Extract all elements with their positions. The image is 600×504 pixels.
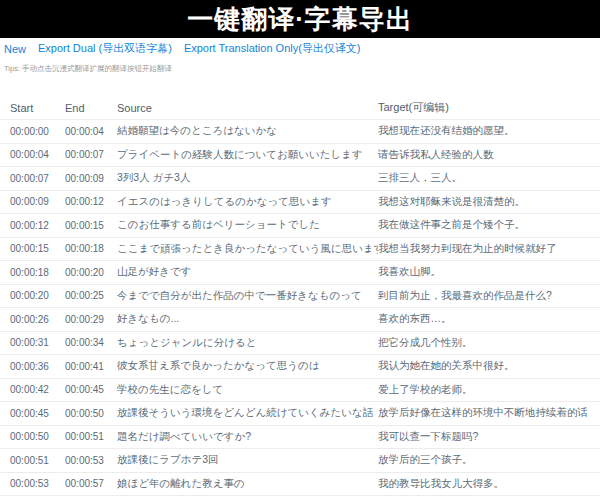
- cell-start-time: 00:00:31: [10, 337, 65, 348]
- table-row: 00:00:31 00:00:34 ちょっとジャンルに分けると 把它分成几个性别…: [0, 332, 600, 356]
- cell-start-time: 00:00:04: [10, 149, 65, 160]
- cell-target-text-editable[interactable]: 我想当我努力到现在为止的时候就好了: [378, 242, 600, 256]
- table-row: 00:00:04 00:00:07 プライベートの経験人数についてお願いいたしま…: [0, 144, 600, 168]
- cell-target-text-editable[interactable]: 我在做这件事之前是个矮个子。: [378, 218, 600, 232]
- cell-target-text-editable[interactable]: 我认为她在她的关系中很好。: [378, 359, 600, 373]
- cell-target-text-editable[interactable]: 我可以查一下标题吗?: [378, 430, 600, 444]
- table-header-row: Start End Source Target(可编辑): [0, 96, 600, 120]
- cell-target-text-editable[interactable]: 请告诉我私人经验的人数: [378, 148, 600, 162]
- subtitle-table: Start End Source Target(可编辑) 00:00:00 00…: [0, 96, 600, 496]
- table-row: 00:00:26 00:00:29 好きなもの... 喜欢的东西…。: [0, 308, 600, 332]
- table-row: 00:00:50 00:00:51 題名だけ調べていいですか? 我可以查一下标题…: [0, 426, 600, 450]
- cell-source-text: イエスのはっきりしてるのかなって思います: [117, 195, 378, 209]
- table-row: 00:00:09 00:00:12 イエスのはっきりしてるのかなって思います 我…: [0, 191, 600, 215]
- cell-start-time: 00:00:09: [10, 196, 65, 207]
- cell-source-text: ちょっとジャンルに分けると: [117, 336, 378, 350]
- cell-target-text-editable[interactable]: 放学后的三个孩子。: [378, 453, 600, 467]
- cell-end-time: 00:00:09: [65, 173, 117, 184]
- cell-source-text: 結婚願望は今のところはないかな: [117, 124, 378, 138]
- table-row: 00:00:00 00:00:04 結婚願望は今のところはないかな 我想现在还没…: [0, 120, 600, 144]
- cell-start-time: 00:00:12: [10, 220, 65, 231]
- table-row: 00:00:18 00:00:20 山足が好きです 我喜欢山脚。: [0, 261, 600, 285]
- cell-target-text-editable[interactable]: 我的教导比我女儿大得多。: [378, 477, 600, 491]
- cell-end-time: 00:00:15: [65, 220, 117, 231]
- column-header-target: Target(可编辑): [378, 100, 600, 115]
- menu-item-export-translation-only[interactable]: Export Translation Only(导出仅译文): [184, 41, 361, 56]
- cell-start-time: 00:00:53: [10, 478, 65, 489]
- cell-target-text-editable[interactable]: 把它分成几个性别。: [378, 336, 600, 350]
- table-row: 00:00:36 00:00:41 彼女系甘え系で良かったかなって思うのは 我认…: [0, 355, 600, 379]
- cell-start-time: 00:00:36: [10, 361, 65, 372]
- menu-item-new[interactable]: New: [4, 43, 26, 55]
- cell-start-time: 00:00:18: [10, 267, 65, 278]
- cell-start-time: 00:00:51: [10, 455, 65, 466]
- cell-source-text: このお仕事する前はベリーショートでした: [117, 218, 378, 232]
- header-banner: 一键翻译·字幕导出: [0, 0, 600, 38]
- cell-source-text: 学校の先生に恋をして: [117, 383, 378, 397]
- column-header-source: Source: [117, 102, 378, 114]
- cell-source-text: ここまで頑張ったとき良かったなっていう風に思います: [117, 242, 378, 256]
- cell-end-time: 00:00:57: [65, 478, 117, 489]
- table-row: 00:00:15 00:00:18 ここまで頑張ったとき良かったなっていう風に思…: [0, 238, 600, 262]
- cell-target-text-editable[interactable]: 爱上了学校的老师。: [378, 383, 600, 397]
- cell-end-time: 00:00:53: [65, 455, 117, 466]
- menu-item-export-dual[interactable]: Export Dual (导出双语字幕): [38, 41, 172, 56]
- cell-end-time: 00:00:07: [65, 149, 117, 160]
- cell-source-text: 山足が好きです: [117, 265, 378, 279]
- cell-source-text: 好きなもの...: [117, 312, 378, 326]
- cell-source-text: 放課後そういう環境をどんどん続けていくみたいな話: [117, 406, 378, 420]
- cell-end-time: 00:00:12: [65, 196, 117, 207]
- cell-start-time: 00:00:00: [10, 126, 65, 137]
- cell-end-time: 00:00:45: [65, 384, 117, 395]
- cell-end-time: 00:00:34: [65, 337, 117, 348]
- cell-end-time: 00:00:18: [65, 243, 117, 254]
- cell-end-time: 00:00:51: [65, 431, 117, 442]
- cell-source-text: プライベートの経験人数についてお願いいたします: [117, 148, 378, 162]
- cell-end-time: 00:00:29: [65, 314, 117, 325]
- cell-source-text: 今までで自分が出た作品の中で一番好きなものって: [117, 289, 378, 303]
- page-title: 一键翻译·字幕导出: [187, 0, 413, 38]
- cell-start-time: 00:00:15: [10, 243, 65, 254]
- cell-start-time: 00:00:45: [10, 408, 65, 419]
- cell-target-text-editable[interactable]: 我喜欢山脚。: [378, 265, 600, 279]
- cell-target-text-editable[interactable]: 喜欢的东西…。: [378, 312, 600, 326]
- menu-bar: New Export Dual (导出双语字幕) Export Translat…: [0, 38, 600, 55]
- table-row: 00:00:20 00:00:25 今までで自分が出た作品の中で一番好きなものっ…: [0, 285, 600, 309]
- table-row: 00:00:45 00:00:50 放課後そういう環境をどんどん続けていくみたい…: [0, 402, 600, 426]
- cell-target-text-editable[interactable]: 三排三人，三人。: [378, 171, 600, 185]
- cell-start-time: 00:00:42: [10, 384, 65, 395]
- cell-start-time: 00:00:26: [10, 314, 65, 325]
- cell-start-time: 00:00:07: [10, 173, 65, 184]
- column-header-start: Start: [10, 102, 65, 114]
- column-header-end: End: [65, 102, 117, 114]
- table-row: 00:00:42 00:00:45 学校の先生に恋をして 爱上了学校的老师。: [0, 379, 600, 403]
- cell-target-text-editable[interactable]: 到目前为止，我最喜欢的作品是什么?: [378, 289, 600, 303]
- cell-target-text-editable[interactable]: 放学后好像在这样的环境中不断地持续着的话: [378, 406, 600, 420]
- table-row: 00:00:53 00:00:57 娘ほど年の離れた教え事の 我的教导比我女儿大…: [0, 473, 600, 497]
- cell-source-text: 3列3人 ガチ3人: [117, 171, 378, 185]
- cell-target-text-editable[interactable]: 我想现在还没有结婚的愿望。: [378, 124, 600, 138]
- cell-end-time: 00:00:25: [65, 290, 117, 301]
- tips-text: Tips: 手动点击沉浸式翻译扩展的翻译按钮开始翻译: [0, 64, 600, 74]
- cell-end-time: 00:00:50: [65, 408, 117, 419]
- table-row: 00:00:12 00:00:15 このお仕事する前はベリーショートでした 我在…: [0, 214, 600, 238]
- cell-end-time: 00:00:41: [65, 361, 117, 372]
- cell-end-time: 00:00:20: [65, 267, 117, 278]
- table-row: 00:00:51 00:00:53 放課後にラブホテ3回 放学后的三个孩子。: [0, 449, 600, 473]
- cell-start-time: 00:00:50: [10, 431, 65, 442]
- cell-source-text: 彼女系甘え系で良かったかなって思うのは: [117, 359, 378, 373]
- cell-end-time: 00:00:04: [65, 126, 117, 137]
- cell-start-time: 00:00:20: [10, 290, 65, 301]
- cell-target-text-editable[interactable]: 我想这对耶稣来说是很清楚的。: [378, 195, 600, 209]
- cell-source-text: 題名だけ調べていいですか?: [117, 430, 378, 444]
- cell-source-text: 娘ほど年の離れた教え事の: [117, 477, 378, 491]
- cell-source-text: 放課後にラブホテ3回: [117, 453, 378, 467]
- table-body: 00:00:00 00:00:04 結婚願望は今のところはないかな 我想现在还没…: [0, 120, 600, 496]
- table-row: 00:00:07 00:00:09 3列3人 ガチ3人 三排三人，三人。: [0, 167, 600, 191]
